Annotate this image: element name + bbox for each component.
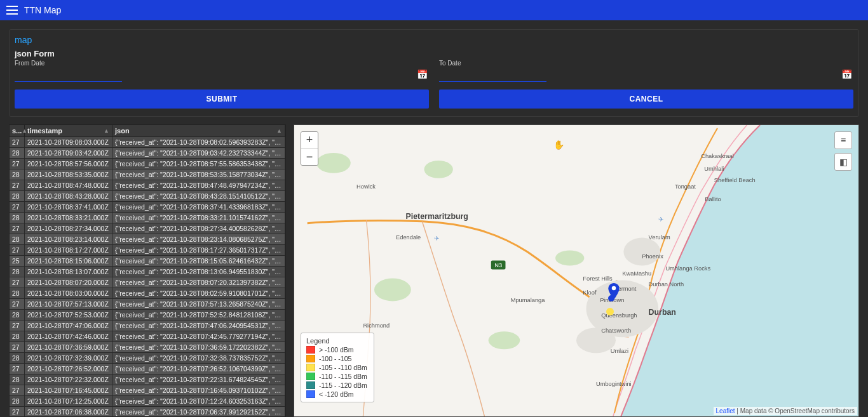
- cell-json: {"received_at": "2021-10-28T07:32:38.737…: [112, 353, 285, 363]
- cell-s: 27: [10, 299, 25, 309]
- table-row[interactable]: 282021-10-28T08:23:14.000Z{"received_at"…: [10, 234, 285, 245]
- cell-json: {"received_at": "2021-10-28T07:22:31.674…: [112, 374, 285, 385]
- to-date-input[interactable]: [439, 68, 546, 82]
- cancel-button[interactable]: CANCEL: [439, 89, 853, 109]
- cell-s: 27: [10, 385, 25, 395]
- legend-title: Legend: [306, 337, 367, 345]
- content-area: map json Form From Date 📅 To Date 📅 SUBM…: [0, 20, 868, 417]
- table-row[interactable]: 282021-10-28T07:22:32.000Z{"received_at"…: [10, 374, 285, 385]
- table-row[interactable]: 272021-10-28T07:36:59.000Z{"received_at"…: [10, 342, 285, 353]
- zoom-out-button[interactable]: −: [301, 149, 318, 165]
- form-row: From Date 📅 To Date 📅: [15, 60, 853, 82]
- table-row[interactable]: 272021-10-28T08:27:34.000Z{"received_at"…: [10, 223, 285, 234]
- cell-timestamp: 2021-10-28T08:17:27.000Z: [25, 245, 112, 255]
- cell-timestamp: 2021-10-28T08:15:06.000Z: [25, 256, 112, 266]
- svg-text:Chatsworth: Chatsworth: [601, 328, 631, 334]
- svg-text:✈: ✈: [658, 216, 663, 223]
- cell-s: 27: [10, 223, 25, 234]
- table-row[interactable]: 282021-10-28T09:03:42.000Z{"received_at"…: [10, 148, 285, 159]
- table-row[interactable]: 272021-10-28T08:57:56.000Z{"received_at"…: [10, 159, 285, 169]
- cell-s: 28: [10, 191, 25, 201]
- data-table: s...▲ timestamp▲ json▲ 272021-10-28T09:0…: [9, 124, 286, 417]
- zoom-in-button[interactable]: +: [301, 132, 318, 149]
- cell-timestamp: 2021-10-28T08:57:56.000Z: [25, 159, 112, 169]
- cell-timestamp: 2021-10-28T07:42:46.000Z: [25, 331, 112, 341]
- cell-s: 28: [10, 169, 25, 180]
- legend-label: > -100 dBm: [319, 346, 354, 354]
- cell-timestamp: 2021-10-28T08:03:00.000Z: [25, 288, 112, 298]
- calendar-icon[interactable]: 📅: [841, 69, 852, 79]
- cell-json: {"received_at": "2021-10-28T08:02:59.910…: [112, 288, 285, 298]
- svg-text:Durban: Durban: [649, 308, 676, 317]
- table-row[interactable]: 272021-10-28T07:26:52.000Z{"received_at"…: [10, 364, 285, 374]
- to-date-col: To Date 📅: [439, 60, 853, 82]
- table-row[interactable]: 282021-10-28T08:43:28.000Z{"received_at"…: [10, 191, 285, 202]
- svg-point-2: [424, 161, 452, 178]
- cell-s: 28: [10, 288, 25, 298]
- legend-item: -100 - -105: [306, 355, 367, 362]
- menu-icon[interactable]: [6, 6, 18, 15]
- map-tiles[interactable]: N3 Pietermaritzburg Durban Howick Edenda…: [294, 125, 858, 416]
- svg-text:Sheffield Beach: Sheffield Beach: [714, 177, 756, 183]
- cell-json: {"received_at": "2021-10-28T07:36:59.172…: [112, 342, 285, 352]
- table-row[interactable]: 272021-10-28T07:57:13.000Z{"received_at"…: [10, 299, 285, 310]
- calendar-icon[interactable]: 📅: [417, 69, 428, 79]
- legend-label: -100 - -105: [319, 355, 351, 362]
- svg-text:✈: ✈: [434, 235, 439, 242]
- table-row[interactable]: 282021-10-28T07:52:53.000Z{"received_at"…: [10, 310, 285, 321]
- cell-s: 28: [10, 353, 25, 363]
- table-row[interactable]: 282021-10-28T08:53:35.000Z{"received_at"…: [10, 169, 285, 180]
- table-row[interactable]: 272021-10-28T08:37:41.000Z{"received_at"…: [10, 202, 285, 213]
- table-row[interactable]: 282021-10-28T07:42:46.000Z{"received_at"…: [10, 331, 285, 342]
- cell-timestamp: 2021-10-28T07:22:32.000Z: [25, 374, 112, 385]
- cell-timestamp: 2021-10-28T07:06:38.000Z: [25, 407, 112, 416]
- svg-point-5: [555, 251, 584, 266]
- svg-point-7: [623, 238, 660, 266]
- table-row[interactable]: 272021-10-28T07:16:45.000Z{"received_at"…: [10, 385, 285, 396]
- leaflet-link[interactable]: Leaflet: [716, 407, 735, 414]
- cell-timestamp: 2021-10-28T07:16:45.000Z: [25, 385, 112, 395]
- svg-text:Howick: Howick: [356, 183, 376, 190]
- legend-label: < -120 dBm: [319, 390, 354, 398]
- table-row[interactable]: 282021-10-28T08:33:21.000Z{"received_at"…: [10, 213, 285, 223]
- table-row[interactable]: 272021-10-28T07:06:38.000Z{"received_at"…: [10, 407, 285, 416]
- cell-json: {"received_at": "2021-10-28T08:47:48.497…: [112, 180, 285, 190]
- col-header-json[interactable]: json▲: [112, 125, 285, 136]
- table-row[interactable]: 282021-10-28T08:03:00.000Z{"received_at"…: [10, 288, 285, 299]
- svg-text:Forest Hills: Forest Hills: [583, 276, 613, 282]
- table-row[interactable]: 252021-10-28T08:15:06.000Z{"received_at"…: [10, 256, 285, 267]
- col-header-s[interactable]: s...▲: [10, 125, 25, 136]
- col-header-timestamp[interactable]: timestamp▲: [25, 125, 112, 136]
- cell-timestamp: 2021-10-28T08:13:07.000Z: [25, 267, 112, 277]
- map[interactable]: N3 Pietermaritzburg Durban Howick Edenda…: [294, 124, 859, 417]
- table-row[interactable]: 272021-10-28T08:47:48.000Z{"received_at"…: [10, 180, 285, 191]
- cell-s: 27: [10, 180, 25, 190]
- cell-timestamp: 2021-10-28T07:12:25.000Z: [25, 396, 112, 406]
- cell-json: {"received_at": "2021-10-28T08:15:05.624…: [112, 256, 285, 266]
- table-row[interactable]: 272021-10-28T07:47:06.000Z{"received_at"…: [10, 321, 285, 331]
- cell-timestamp: 2021-10-28T08:37:41.000Z: [25, 202, 112, 212]
- submit-button[interactable]: SUBMIT: [15, 89, 429, 109]
- svg-text:Kloof: Kloof: [583, 290, 597, 296]
- table-row[interactable]: 272021-10-28T08:17:27.000Z{"received_at"…: [10, 245, 285, 256]
- from-date-input[interactable]: [15, 68, 122, 82]
- legend-item: > -100 dBm: [306, 346, 367, 354]
- svg-text:KwaMashu: KwaMashu: [622, 271, 651, 277]
- layers-menu-icon[interactable]: ≡: [834, 131, 852, 149]
- table-row[interactable]: 272021-10-28T08:07:20.000Z{"received_at"…: [10, 277, 285, 288]
- svg-text:N3: N3: [494, 263, 502, 269]
- table-row[interactable]: 282021-10-28T08:13:07.000Z{"received_at"…: [10, 267, 285, 277]
- map-marker[interactable]: [608, 283, 620, 300]
- signal-dot[interactable]: [606, 308, 614, 315]
- cell-timestamp: 2021-10-28T07:26:52.000Z: [25, 364, 112, 374]
- table-row[interactable]: 272021-10-28T09:08:03.000Z{"received_at"…: [10, 137, 285, 148]
- cell-json: {"received_at": "2021-10-28T08:53:35.158…: [112, 169, 285, 180]
- table-header: s...▲ timestamp▲ json▲: [10, 125, 285, 137]
- cell-json: {"received_at": "2021-10-28T08:07:20.321…: [112, 277, 285, 288]
- table-row[interactable]: 282021-10-28T07:32:39.000Z{"received_at"…: [10, 353, 285, 364]
- table-body[interactable]: 272021-10-28T09:08:03.000Z{"received_at"…: [10, 137, 285, 416]
- layers-stack-icon[interactable]: ◧: [834, 153, 852, 171]
- card-title: map: [15, 35, 853, 45]
- table-row[interactable]: 282021-10-28T07:12:25.000Z{"received_at"…: [10, 396, 285, 407]
- cell-timestamp: 2021-10-28T08:07:20.000Z: [25, 277, 112, 288]
